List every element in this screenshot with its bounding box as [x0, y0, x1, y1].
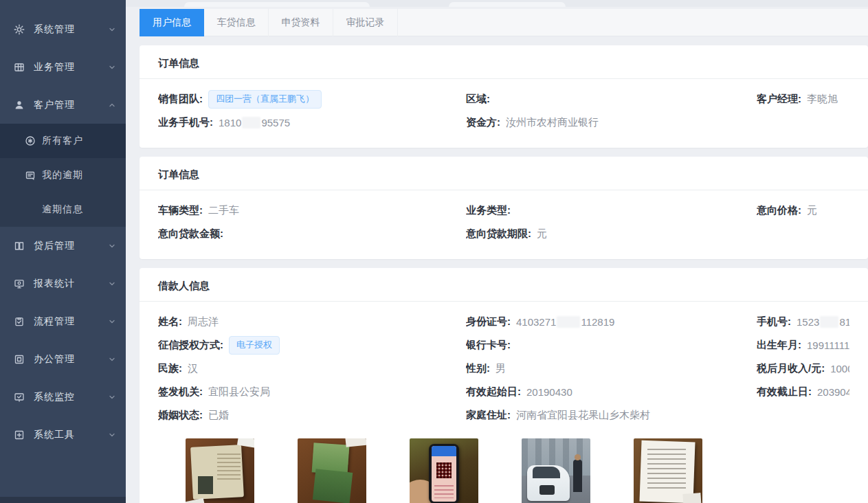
field-value: 元: [537, 227, 547, 241]
field-label: 出生年月:: [757, 339, 801, 352]
field-value: 周志洋: [188, 315, 219, 328]
sidebar-item-overdue-info[interactable]: 逾期信息: [0, 192, 126, 227]
chevron-down-icon: [108, 393, 116, 401]
photo-item: 授权截图: [410, 438, 478, 503]
field-home-address: 家庭住址: 河南省宜阳县花果山乡木柴村: [466, 403, 757, 427]
field-label: 意向贷款期限:: [466, 227, 531, 241]
tab-bar: 用户信息 车贷信息 申贷资料 审批记录: [140, 9, 868, 36]
tab-user-info[interactable]: 用户信息: [140, 9, 204, 36]
sidebar-item-label: 逾期信息: [42, 203, 116, 216]
field-sales-team: 销售团队: 四团一营（直属王鹏飞）: [158, 87, 466, 111]
field-label: 银行卡号:: [466, 339, 511, 352]
redaction-blur: [557, 316, 580, 328]
field-value: 河南省宜阳县花果山乡木柴村: [516, 409, 650, 422]
sidebar-item-label: 办公管理: [34, 353, 108, 366]
field-value: 李晓旭: [807, 93, 838, 106]
sidebar-item-system-tools[interactable]: 系统工具: [0, 416, 126, 454]
post-loan-icon: [14, 241, 25, 252]
field-label: 有效起始日:: [466, 385, 521, 399]
card-title: 借款人信息: [140, 268, 868, 302]
sidebar: 系统管理 业务管理 客户管理 所有客户: [0, 0, 126, 503]
sidebar-item-system-management[interactable]: 系统管理: [0, 10, 126, 48]
tab-approval-records[interactable]: 审批记录: [333, 9, 398, 36]
id-card-photo[interactable]: [186, 438, 254, 503]
field-label: 税后月收入/元:: [757, 362, 825, 375]
user-icon: [14, 100, 25, 111]
field-value: 10000: [830, 363, 849, 375]
field-bank-card: 银行卡号:: [466, 333, 757, 357]
field-label: 家庭住址:: [466, 409, 511, 422]
field-label: 区域:: [466, 93, 490, 106]
sidebar-item-label: 贷后管理: [34, 240, 108, 252]
gear-icon: [14, 24, 25, 35]
photo-item: 身份证: [186, 438, 254, 503]
field-credit-authorization: 征信授权方式: 电子授权: [158, 333, 466, 357]
field-account-manager: 客户经理: 李晓旭: [757, 87, 849, 111]
field-intended-loan-amount: 意向贷款金额:: [158, 222, 466, 245]
field-label: 销售团队:: [158, 93, 203, 106]
field-label: 业务类型:: [466, 204, 511, 217]
chevron-down-icon: [108, 63, 116, 71]
sidebar-item-system-monitor[interactable]: 系统监控: [0, 378, 126, 416]
sidebar-item-office-management[interactable]: 办公管理: [0, 340, 126, 378]
field-value: 已婚: [208, 409, 229, 422]
sidebar-item-report-statistics[interactable]: 报表统计: [0, 265, 126, 302]
card-title: 订单信息: [140, 157, 868, 190]
tools-icon: [14, 429, 25, 440]
monitor-icon: [14, 392, 25, 403]
photo-item: 驾驶证原件: [298, 438, 366, 503]
photo-item: 人车合影: [522, 438, 590, 503]
sidebar-item-label: 系统管理: [34, 23, 108, 36]
all-customers-icon: [25, 135, 36, 146]
tab-loan-application-docs[interactable]: 申贷资料: [269, 9, 333, 36]
sidebar-item-all-customers[interactable]: 所有客户: [0, 124, 126, 158]
field-id-number: 身份证号: 4103271112819: [466, 310, 757, 333]
sidebar-item-label: 业务管理: [34, 61, 108, 74]
sidebar-item-customer-management[interactable]: 客户管理: [0, 86, 126, 124]
green-booklet-photo[interactable]: [298, 438, 366, 503]
card-title: 订单信息: [140, 45, 868, 79]
field-region: 区域:: [466, 87, 757, 111]
person-car-photo[interactable]: [522, 438, 590, 503]
field-value: 宜阳县公安局: [208, 385, 270, 399]
field-value: 男: [496, 362, 506, 375]
field-valid-from: 有效起始日: 20190430: [466, 380, 757, 403]
e-authorization-tag[interactable]: 电子授权: [229, 336, 280, 355]
chevron-down-icon: [108, 25, 116, 34]
sidebar-item-label: 系统工具: [34, 429, 108, 441]
field-value: 汝州市农村商业银行: [506, 116, 599, 129]
sidebar-item-workflow-management[interactable]: 流程管理: [0, 302, 126, 340]
phone-authorization-photo[interactable]: [410, 438, 478, 503]
sales-team-tag[interactable]: 四团一营（直属王鹏飞）: [208, 90, 322, 109]
field-value: 元: [807, 204, 817, 217]
app-window: 系统管理 业务管理 客户管理 所有客户: [0, 0, 868, 503]
field-value: 19911111: [807, 339, 849, 351]
redaction-blur: [820, 316, 838, 328]
field-marital-status: 婚姻状态: 已婚: [158, 403, 466, 427]
borrower-info-card: 借款人信息 姓名: 周志洋 身份证号: 4103271112819 手机号:: [140, 268, 868, 503]
sidebar-item-label: 流程管理: [34, 315, 108, 328]
field-name: 姓名: 周志洋: [158, 310, 466, 333]
order-info-card-2: 订单信息 车辆类型: 二手车 业务类型: 意向价格: 元: [140, 157, 868, 259]
field-value: 20390430: [817, 386, 849, 398]
chevron-down-icon: [108, 317, 116, 326]
top-chip: [449, 2, 566, 7]
top-scroll-remnant: [126, 0, 868, 7]
sidebar-item-post-loan-management[interactable]: 贷后管理: [0, 227, 126, 265]
field-label: 征信授权方式:: [158, 339, 223, 352]
grid-icon: [14, 62, 25, 73]
workflow-icon: [14, 316, 25, 327]
tab-car-loan-info[interactable]: 车贷信息: [204, 9, 269, 36]
field-funding-party: 资金方: 汝州市农村商业银行: [466, 111, 757, 134]
my-overdue-icon: [25, 170, 36, 181]
sidebar-item-business-management[interactable]: 业务管理: [0, 48, 126, 86]
field-value: 4103271112819: [516, 316, 614, 328]
document-photos: 身份证 驾驶证原件 授权截图: [158, 438, 849, 503]
field-birth-date: 出生年月: 19911111: [757, 333, 849, 357]
field-mobile-phone: 手机号: 15238137: [757, 310, 849, 333]
field-intended-loan-term: 意向贷款期限: 元: [466, 222, 757, 245]
sidebar-item-my-overdue[interactable]: 我的逾期: [0, 158, 126, 192]
sidebar-item-label: 系统监控: [34, 391, 108, 403]
sidebar-item-label: 我的逾期: [42, 169, 116, 181]
handwritten-doc-photo[interactable]: [634, 438, 702, 503]
